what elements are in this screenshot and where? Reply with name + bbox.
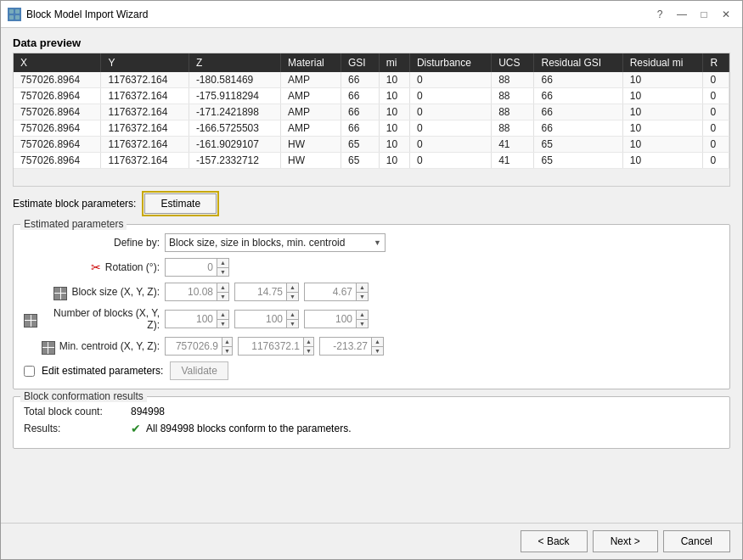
num-blocks-x-spinner[interactable]: ▲ ▼ bbox=[165, 310, 229, 328]
cell-r3-c7: 88 bbox=[492, 120, 534, 137]
data-table-container[interactable]: XYZMaterialGSImiDisturbanceUCSResidual G… bbox=[13, 53, 730, 187]
min-centroid-x-down[interactable]: ▼ bbox=[222, 347, 232, 356]
table-row[interactable]: 757026.89641176372.164-157.2332712HW6510… bbox=[14, 153, 729, 169]
min-centroid-y-spinner[interactable]: ▲ ▼ bbox=[238, 337, 314, 356]
rotation-input[interactable] bbox=[166, 259, 217, 276]
block-size-z-down[interactable]: ▼ bbox=[357, 293, 368, 301]
min-centroid-x-input[interactable] bbox=[166, 338, 222, 355]
scissors-icon: ✂ bbox=[91, 260, 101, 274]
block-size-z-up[interactable]: ▲ bbox=[357, 283, 368, 293]
table-row[interactable]: 757026.89641176372.164-175.9118294AMP661… bbox=[14, 88, 729, 104]
block-size-x-input[interactable] bbox=[166, 283, 217, 300]
data-table: XYZMaterialGSImiDisturbanceUCSResidual G… bbox=[14, 53, 729, 169]
cancel-button[interactable]: Cancel bbox=[663, 530, 730, 552]
num-blocks-row: Number of blocks (X, Y, Z): ▲ ▼ ▲ ▼ bbox=[24, 307, 719, 331]
num-blocks-y-spinner[interactable]: ▲ ▼ bbox=[234, 310, 299, 328]
cell-r2-c7: 88 bbox=[492, 104, 534, 120]
min-centroid-y-input[interactable] bbox=[239, 338, 303, 355]
table-row[interactable]: 757026.89641176372.164-171.2421898AMP661… bbox=[14, 104, 729, 120]
min-centroid-z-spinner[interactable]: ▲ ▼ bbox=[319, 337, 384, 356]
num-blocks-z-input[interactable] bbox=[305, 311, 356, 328]
num-blocks-z-down[interactable]: ▼ bbox=[357, 320, 368, 328]
back-button[interactable]: < Back bbox=[521, 530, 588, 552]
help-button[interactable]: ? bbox=[650, 5, 669, 24]
table-row[interactable]: 757026.89641176372.164-166.5725503AMP661… bbox=[14, 120, 729, 137]
block-size-y-up[interactable]: ▲ bbox=[287, 283, 298, 293]
column-header-material: Material bbox=[281, 53, 341, 72]
table-row[interactable]: 757026.89641176372.164-180.581469AMP6610… bbox=[14, 72, 729, 88]
column-header-r: R bbox=[703, 53, 729, 72]
cell-r5-c9: 10 bbox=[622, 153, 703, 169]
cell-r1-c6: 0 bbox=[409, 88, 491, 104]
min-centroid-z-input[interactable] bbox=[320, 338, 371, 355]
rotation-row: ✂ Rotation (°): ▲ ▼ bbox=[24, 258, 719, 277]
results-value: All 894998 blocks conform to the paramet… bbox=[146, 423, 351, 434]
table-body: 757026.89641176372.164-180.581469AMP6610… bbox=[14, 72, 729, 169]
block-size-y-down[interactable]: ▼ bbox=[287, 293, 298, 301]
cell-r3-c8: 66 bbox=[534, 120, 622, 137]
maximize-button[interactable]: □ bbox=[695, 5, 713, 24]
validate-button[interactable]: Validate bbox=[170, 361, 228, 380]
num-blocks-x-up[interactable]: ▲ bbox=[217, 311, 228, 320]
rotation-spinner[interactable]: ▲ ▼ bbox=[165, 258, 229, 277]
block-size-row: Block size (X, Y, Z): ▲ ▼ ▲ ▼ bbox=[24, 283, 719, 301]
table-row[interactable]: 757026.89641176372.164-161.9029107HW6510… bbox=[14, 137, 729, 153]
min-centroid-x-spinner[interactable]: ▲ ▼ bbox=[165, 337, 233, 356]
cell-r2-c0: 757026.8964 bbox=[14, 104, 101, 120]
cell-r2-c2: -171.2421898 bbox=[189, 104, 280, 120]
min-centroid-z-down[interactable]: ▼ bbox=[372, 347, 383, 356]
block-size-y-spinner[interactable]: ▲ ▼ bbox=[234, 283, 299, 301]
titlebar-controls: ? — □ ✕ bbox=[650, 5, 735, 24]
num-blocks-z-spinner[interactable]: ▲ ▼ bbox=[304, 310, 369, 328]
num-blocks-x-input[interactable] bbox=[166, 311, 217, 328]
footer: < Back Next > Cancel bbox=[1, 523, 742, 559]
cell-r0-c2: -180.581469 bbox=[189, 72, 280, 88]
num-blocks-x-down[interactable]: ▼ bbox=[217, 320, 228, 328]
min-centroid-x-up[interactable]: ▲ bbox=[222, 338, 232, 347]
cell-r4-c2: -161.9029107 bbox=[189, 137, 280, 153]
rotation-down-btn[interactable]: ▼ bbox=[217, 268, 228, 277]
cell-r2-c4: 66 bbox=[341, 104, 380, 120]
rotation-up-btn[interactable]: ▲ bbox=[217, 259, 228, 268]
define-by-label: Define by: bbox=[24, 237, 160, 249]
cell-r0-c4: 66 bbox=[341, 72, 380, 88]
cell-r2-c6: 0 bbox=[409, 104, 491, 120]
total-block-count-label: Total block count: bbox=[24, 406, 126, 417]
num-blocks-label: Number of blocks (X, Y, Z): bbox=[24, 307, 160, 331]
cell-r1-c5: 10 bbox=[379, 88, 409, 104]
num-blocks-y-input[interactable] bbox=[235, 311, 286, 328]
block-size-x-spinner[interactable]: ▲ ▼ bbox=[165, 283, 229, 301]
define-by-dropdown[interactable]: Block size, size in blocks, min. centroi… bbox=[165, 233, 386, 252]
num-blocks-y-up[interactable]: ▲ bbox=[287, 311, 298, 320]
num-blocks-z-up[interactable]: ▲ bbox=[357, 311, 368, 320]
cell-r3-c2: -166.5725503 bbox=[189, 120, 280, 137]
estimate-button[interactable]: Estimate bbox=[144, 193, 217, 214]
cell-r2-c3: AMP bbox=[281, 104, 341, 120]
block-size-z-input[interactable] bbox=[305, 283, 356, 300]
block-size-y-input[interactable] bbox=[235, 283, 286, 300]
min-centroid-y-down[interactable]: ▼ bbox=[304, 347, 313, 356]
cell-r4-c9: 10 bbox=[622, 137, 703, 153]
cell-r5-c8: 65 bbox=[534, 153, 622, 169]
block-size-x-up[interactable]: ▲ bbox=[217, 283, 228, 293]
cell-r2-c8: 66 bbox=[534, 104, 622, 120]
num-blocks-y-down[interactable]: ▼ bbox=[287, 320, 298, 328]
block-size-z-spinner[interactable]: ▲ ▼ bbox=[304, 283, 369, 301]
cell-r0-c6: 0 bbox=[409, 72, 491, 88]
column-header-z: Z bbox=[189, 53, 280, 72]
results-row: Results: ✔ All 894998 blocks conform to … bbox=[24, 422, 719, 435]
block-size-x-down[interactable]: ▼ bbox=[217, 293, 228, 301]
min-centroid-row: Min. centroid (X, Y, Z): ▲ ▼ ▲ ▼ bbox=[24, 337, 719, 356]
close-button[interactable]: ✕ bbox=[717, 5, 735, 24]
estimate-row: Estimate block parameters: Estimate bbox=[13, 193, 730, 214]
table-scroll[interactable]: XYZMaterialGSImiDisturbanceUCSResidual G… bbox=[14, 53, 729, 186]
minimize-button[interactable]: — bbox=[673, 5, 691, 24]
cell-r4-c7: 41 bbox=[492, 137, 534, 153]
data-preview-section: Data preview XYZMaterialGSImiDisturbance… bbox=[13, 36, 730, 187]
min-centroid-y-up[interactable]: ▲ bbox=[304, 338, 313, 347]
cell-r4-c0: 757026.8964 bbox=[14, 137, 101, 153]
svg-rect-0 bbox=[9, 9, 14, 14]
edit-params-checkbox[interactable] bbox=[24, 366, 35, 377]
min-centroid-z-up[interactable]: ▲ bbox=[372, 338, 383, 347]
next-button[interactable]: Next > bbox=[593, 530, 658, 552]
